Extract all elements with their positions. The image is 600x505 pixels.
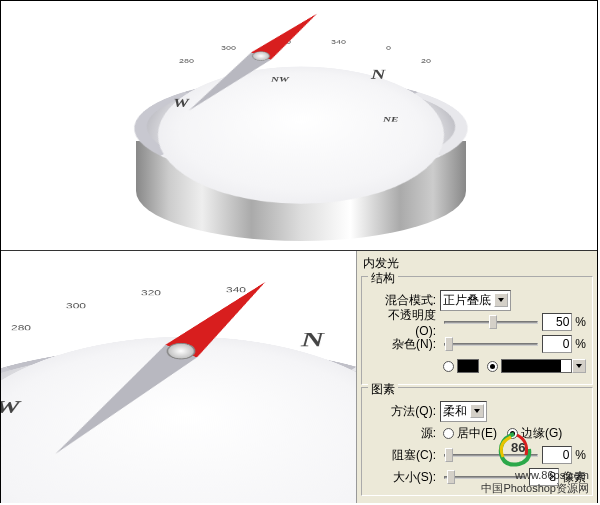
method-label: 方法(Q):: [368, 403, 440, 420]
gradient-picker[interactable]: [501, 359, 572, 373]
tick-0: 0: [386, 45, 391, 51]
choke-input[interactable]: [542, 446, 572, 464]
method-select[interactable]: 柔和: [440, 401, 487, 422]
compass-preview-top: N W NW NE 280 300 320 340 0 20: [1, 1, 597, 250]
tick-300-zoom: 300: [66, 302, 86, 310]
opacity-label: 不透明度(O):: [368, 307, 440, 338]
compass-preview-zoom: N W NW 280 300 320 340: [1, 251, 356, 503]
tick-20: 20: [421, 58, 431, 64]
noise-slider[interactable]: [444, 343, 538, 346]
svg-text:86: 86: [511, 440, 525, 455]
elements-legend: 图素: [368, 382, 398, 396]
tick-320-zoom: 320: [141, 289, 161, 297]
watermark: www.86ps.com 中国Photoshop资源网: [481, 469, 589, 496]
method-value: 柔和: [443, 403, 467, 420]
size-label: 大小(S):: [368, 469, 440, 486]
opacity-input[interactable]: [542, 313, 572, 331]
opacity-slider-thumb[interactable]: [489, 315, 497, 329]
source-label: 源:: [368, 425, 440, 442]
logo-swirl-icon: 86: [489, 429, 539, 469]
noise-label: 杂色(N):: [368, 336, 440, 353]
watermark-text: 中国Photoshop资源网: [481, 481, 589, 496]
tick-300: 300: [221, 45, 236, 51]
gradient-dropdown-icon[interactable]: [572, 359, 586, 373]
choke-unit: %: [575, 448, 586, 462]
method-dropdown-icon[interactable]: [470, 404, 484, 418]
structure-legend: 结构: [368, 271, 398, 285]
tick-340: 340: [331, 39, 346, 45]
direction-w-zoom: W: [1, 397, 20, 418]
tick-280-zoom: 280: [11, 324, 31, 332]
dropdown-icon[interactable]: [494, 293, 508, 307]
choke-slider-thumb[interactable]: [445, 448, 453, 462]
direction-ne: NE: [383, 115, 398, 123]
color-gradient-radio[interactable]: [487, 361, 498, 372]
opacity-unit: %: [575, 315, 586, 329]
choke-label: 阻塞(C):: [368, 447, 440, 464]
size-slider-thumb[interactable]: [447, 470, 455, 484]
layer-style-panel: 内发光 结构 混合模式: 正片叠底 不透明度(O): %: [356, 251, 597, 503]
tick-280: 280: [179, 58, 194, 64]
opacity-slider[interactable]: [444, 321, 538, 324]
structure-group: 结构 混合模式: 正片叠底 不透明度(O): %: [361, 276, 593, 385]
noise-slider-thumb[interactable]: [445, 337, 453, 351]
blend-mode-value: 正片叠底: [443, 292, 491, 309]
watermark-url: www.86ps.com: [481, 469, 589, 481]
noise-input[interactable]: [542, 335, 572, 353]
direction-n-zoom: N: [301, 328, 325, 352]
color-solid-radio[interactable]: [443, 361, 454, 372]
source-center-radio[interactable]: [443, 428, 454, 439]
color-swatch[interactable]: [457, 359, 479, 373]
noise-unit: %: [575, 337, 586, 351]
direction-n: N: [371, 67, 386, 82]
blend-mode-select[interactable]: 正片叠底: [440, 290, 511, 311]
site-logo: 86: [489, 429, 539, 472]
direction-nw: NW: [271, 75, 289, 83]
